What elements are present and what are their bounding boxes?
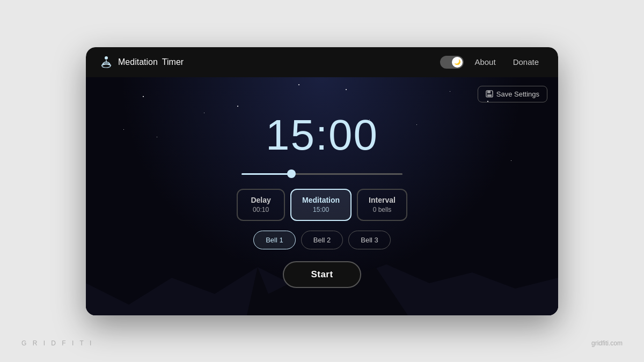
bell-2-button[interactable]: Bell 2 — [301, 231, 343, 249]
brand-text2: Timer — [162, 57, 184, 67]
meditation-icon — [99, 55, 114, 70]
main-content: Save Settings 15:00 Delay 00:10 Meditati… — [86, 77, 558, 315]
brand: Meditation Timer — [99, 55, 184, 70]
save-settings-button[interactable]: Save Settings — [478, 86, 547, 102]
delay-value: 00:10 — [248, 205, 273, 215]
bell-1-button[interactable]: Bell 1 — [253, 231, 296, 249]
watermark-right: gridfiti.com — [591, 339, 623, 347]
toggle-knob: 🌙 — [452, 57, 463, 68]
interval-mode-button[interactable]: Interval 0 bells — [357, 189, 407, 221]
svg-rect-3 — [487, 91, 491, 93]
nav-right: 🌙 About Donate — [440, 54, 545, 70]
delay-label: Delay — [248, 195, 273, 206]
meditation-value: 15:00 — [302, 205, 340, 215]
timer-display: 15:00 — [266, 114, 378, 157]
meditation-mode-button[interactable]: Meditation 15:00 — [290, 189, 352, 221]
donate-link[interactable]: Donate — [507, 54, 545, 70]
moon-icon: 🌙 — [454, 59, 460, 65]
bell-buttons: Bell 1 Bell 2 Bell 3 — [253, 231, 391, 249]
about-link[interactable]: About — [468, 54, 502, 70]
dark-mode-toggle[interactable]: 🌙 — [440, 56, 464, 69]
start-button[interactable]: Start — [283, 261, 361, 288]
mode-buttons: Delay 00:10 Meditation 15:00 Interval 0 … — [237, 189, 407, 221]
meditation-label: Meditation — [302, 195, 340, 206]
save-icon — [486, 90, 493, 98]
bell-3-button[interactable]: Bell 3 — [348, 231, 391, 249]
timer-slider[interactable] — [241, 173, 402, 175]
watermark-left: G R I D F I T I — [21, 339, 93, 347]
content-area: Save Settings 15:00 Delay 00:10 Meditati… — [86, 77, 558, 288]
interval-label: Interval — [369, 195, 396, 206]
brand-text: Meditation — [118, 57, 158, 67]
svg-point-1 — [102, 64, 111, 68]
slider-container — [241, 167, 402, 177]
delay-mode-button[interactable]: Delay 00:10 — [237, 189, 285, 221]
svg-rect-4 — [487, 94, 492, 97]
app-window: Meditation Timer 🌙 About Donate — [86, 47, 558, 315]
navbar: Meditation Timer 🌙 About Donate — [86, 47, 558, 77]
interval-value: 0 bells — [369, 205, 396, 215]
svg-point-0 — [105, 56, 108, 60]
